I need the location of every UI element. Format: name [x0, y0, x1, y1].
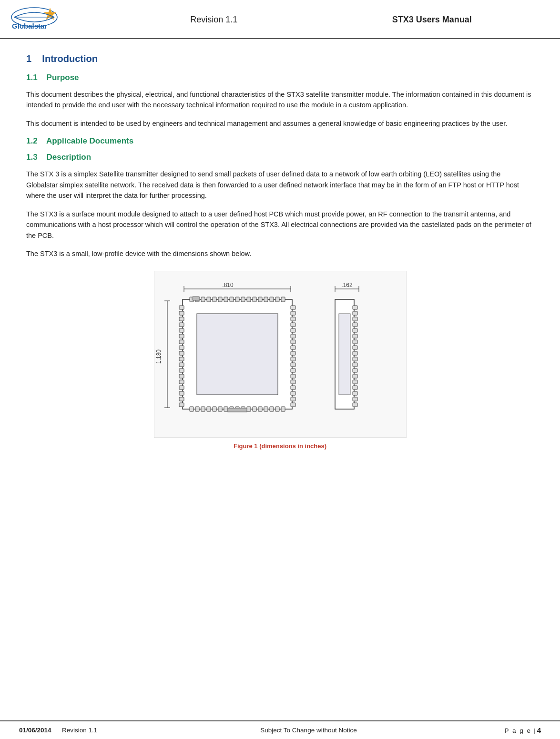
svg-rect-63 — [291, 328, 295, 332]
svg-rect-24 — [190, 407, 193, 411]
svg-rect-11 — [213, 297, 216, 302]
svg-rect-62 — [291, 323, 295, 327]
svg-rect-89 — [353, 323, 357, 327]
svg-rect-103 — [353, 403, 357, 407]
section-13-title: Description — [47, 153, 92, 162]
svg-rect-99 — [353, 380, 357, 384]
svg-rect-94 — [353, 351, 357, 355]
svg-rect-101 — [353, 391, 357, 395]
svg-rect-18 — [253, 297, 256, 302]
svg-rect-39 — [275, 407, 279, 411]
svg-rect-60 — [291, 311, 295, 315]
svg-rect-36 — [258, 407, 262, 411]
svg-rect-71 — [291, 374, 295, 378]
logo-area: Globalstar — [10, 6, 105, 33]
svg-rect-65 — [291, 340, 295, 344]
svg-rect-40 — [281, 407, 285, 411]
paragraph-3: The STX 3 is a simplex Satellite transmi… — [26, 169, 534, 201]
svg-rect-35 — [253, 407, 256, 411]
svg-rect-67 — [291, 351, 295, 355]
page-label: P a g e — [505, 727, 532, 734]
svg-rect-52 — [179, 369, 184, 372]
header-title: STX3 Users Manual — [323, 15, 541, 25]
svg-rect-104 — [339, 314, 350, 395]
svg-rect-25 — [195, 407, 199, 411]
svg-rect-42 — [179, 311, 184, 315]
svg-rect-28 — [213, 407, 216, 411]
paragraph-2: This document is intended to be used by … — [26, 118, 534, 129]
svg-rect-93 — [353, 346, 357, 349]
svg-rect-75 — [291, 397, 295, 401]
svg-rect-109 — [228, 408, 247, 412]
svg-rect-46 — [179, 334, 184, 338]
svg-rect-73 — [291, 386, 295, 390]
svg-rect-50 — [179, 357, 184, 361]
svg-rect-55 — [179, 386, 184, 390]
section-1-heading: 1 Introduction — [26, 53, 534, 64]
svg-rect-15 — [235, 297, 239, 302]
section-12-heading: 1.2 Applicable Documents — [26, 136, 534, 146]
svg-rect-95 — [353, 357, 357, 361]
svg-rect-97 — [353, 369, 357, 372]
svg-rect-14 — [230, 297, 234, 302]
svg-rect-70 — [291, 369, 295, 372]
section-1-title: Introduction — [42, 53, 98, 64]
main-content: 1 Introduction 1.1 Purpose This document… — [0, 39, 560, 493]
svg-rect-43 — [179, 317, 184, 321]
svg-rect-10 — [207, 297, 211, 302]
svg-rect-102 — [353, 397, 357, 401]
svg-rect-66 — [291, 346, 295, 349]
section-11-heading: 1.1 Purpose — [26, 73, 534, 82]
svg-rect-27 — [207, 407, 211, 411]
svg-rect-88 — [353, 317, 357, 321]
svg-rect-41 — [179, 306, 184, 309]
figure-caption-text: (dimensions in inches) — [259, 442, 326, 450]
page-number: 4 — [537, 726, 541, 734]
svg-rect-26 — [201, 407, 205, 411]
svg-text:.810: .810 — [222, 282, 234, 288]
section-12-number: 1.2 — [26, 136, 38, 145]
svg-rect-23 — [281, 297, 285, 302]
footer-date: 01/06/2014 — [19, 727, 62, 734]
section-13-heading: 1.3 Description — [26, 153, 534, 162]
svg-rect-91 — [353, 334, 357, 338]
figure-1-diagram: .810 1.130 — [154, 271, 407, 438]
svg-rect-76 — [291, 403, 295, 407]
svg-rect-30 — [224, 407, 228, 411]
svg-text:1.130: 1.130 — [155, 349, 162, 363]
svg-text:Globalstar: Globalstar — [12, 22, 47, 30]
figure-1-caption: Figure 1 (dimensions in inches) — [234, 442, 326, 450]
paragraph-4: The STX3 is a surface mount module desig… — [26, 209, 534, 241]
svg-rect-59 — [291, 306, 295, 309]
footer-page: P a g e | 4 — [503, 726, 541, 734]
svg-rect-29 — [218, 407, 222, 411]
svg-rect-44 — [179, 323, 184, 327]
svg-rect-110 — [192, 297, 200, 300]
svg-rect-87 — [353, 311, 357, 315]
svg-rect-37 — [264, 407, 268, 411]
svg-text:.162: .162 — [341, 282, 353, 288]
svg-rect-13 — [224, 297, 228, 302]
figure-1-container: .810 1.130 — [26, 271, 534, 450]
page-header: Globalstar Revision 1.1 STX3 Users Manua… — [0, 0, 560, 39]
svg-rect-74 — [291, 391, 295, 395]
svg-rect-38 — [270, 407, 274, 411]
svg-rect-12 — [218, 297, 222, 302]
section-11-title: Purpose — [47, 73, 79, 82]
paragraph-1: This document describes the physical, el… — [26, 89, 534, 111]
svg-rect-68 — [291, 357, 295, 361]
footer-revision: Revision 1.1 — [62, 727, 114, 734]
svg-rect-54 — [179, 380, 184, 384]
section-1-number: 1 — [26, 53, 31, 64]
svg-rect-86 — [353, 306, 357, 309]
globalstar-logo: Globalstar — [10, 6, 86, 32]
svg-rect-34 — [247, 407, 251, 411]
svg-rect-22 — [275, 297, 279, 302]
svg-rect-49 — [179, 351, 184, 355]
svg-rect-53 — [179, 374, 184, 378]
svg-rect-20 — [264, 297, 268, 302]
svg-rect-16 — [241, 297, 245, 302]
svg-rect-45 — [179, 328, 184, 332]
paragraph-5: The STX3 is a small, low-profile device … — [26, 248, 534, 259]
svg-rect-90 — [353, 328, 357, 332]
